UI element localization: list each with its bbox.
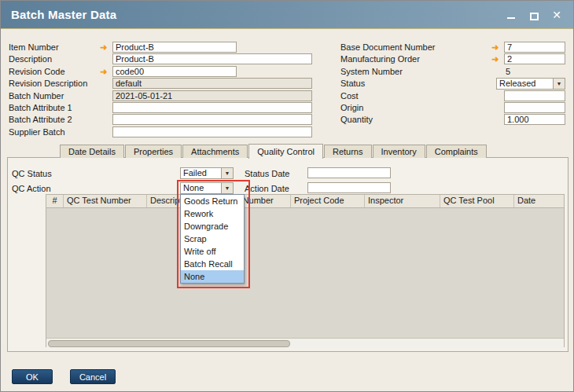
origin-label: Origin — [340, 103, 363, 113]
revision-description-field: default — [112, 78, 312, 89]
form-row: Revision Code ➜ code00 — [9, 66, 315, 78]
title-bar[interactable]: Batch Master Data ✕ — [1, 1, 573, 29]
form-row: Description Product-B — [9, 53, 315, 65]
quantity-label: Quantity — [340, 115, 373, 125]
window-title: Batch Master Data — [11, 8, 116, 21]
dropdown-option[interactable]: Downgrade — [181, 220, 244, 233]
batch-attribute-1-field[interactable] — [112, 102, 312, 113]
supplier-batch-field[interactable] — [112, 126, 312, 137]
base-document-number-field[interactable]: 7 — [504, 42, 565, 53]
tab-complaints[interactable]: Complaints — [426, 145, 487, 158]
grid-column-header[interactable]: QC Test Pool — [440, 195, 514, 207]
dropdown-option[interactable]: Write off — [181, 245, 244, 258]
minimize-button[interactable] — [505, 9, 517, 21]
tab-quality-control[interactable]: Quality Control — [248, 144, 323, 159]
form-row: Batch Attribute 1 — [9, 102, 315, 114]
tab-date-details[interactable]: Date Details — [60, 145, 124, 158]
tab-attachments[interactable]: Attachments — [182, 145, 248, 158]
cancel-button[interactable]: Cancel — [70, 369, 116, 384]
qc-status-select[interactable]: Failed ▼ — [180, 167, 234, 179]
description-label: Description — [9, 54, 52, 64]
status-date-field[interactable] — [307, 167, 391, 178]
link-arrow-icon[interactable]: ➜ — [491, 53, 499, 64]
form-row: System Number 5 — [340, 66, 565, 78]
status-label: Status — [340, 79, 365, 89]
revision-code-label: Revision Code — [9, 67, 65, 77]
qc-action-label: QC Action — [12, 183, 51, 194]
revision-description-label: Revision Description — [9, 79, 87, 89]
tab-inventory[interactable]: Inventory — [373, 145, 425, 158]
manufacturing-order-label: Manufacturing Order — [340, 54, 420, 64]
action-date-label: Action Date — [245, 183, 289, 194]
form-row: Base Document Number ➜ 7 — [340, 42, 565, 53]
action-date-field[interactable] — [307, 182, 391, 193]
link-arrow-icon[interactable]: ➜ — [100, 42, 107, 53]
description-field[interactable]: Product-B — [112, 53, 312, 64]
batch-number-field: 2021-05-01-21 — [112, 90, 312, 101]
system-number-value: 5 — [506, 67, 510, 77]
batch-master-data-window: Batch Master Data ✕ Item Number ➜ Produc… — [0, 0, 574, 392]
link-arrow-icon[interactable]: ➜ — [100, 66, 107, 77]
cost-field[interactable] — [504, 90, 565, 101]
form-row: Cost — [340, 90, 565, 102]
dropdown-arrow-icon[interactable]: ▼ — [221, 183, 233, 193]
quantity-field[interactable]: 1.000 — [504, 114, 565, 125]
grid-empty-area — [46, 208, 564, 338]
horizontal-scrollbar[interactable] — [46, 338, 564, 348]
status-selected-value: Released — [497, 79, 553, 89]
window-controls: ✕ — [505, 9, 563, 21]
maximize-icon — [530, 13, 539, 20]
qc-status-value: Failed — [181, 168, 221, 178]
qc-action-value: None — [181, 183, 221, 193]
dropdown-option[interactable]: Goods Return — [181, 195, 244, 207]
form-row: Status Released ▼ — [340, 78, 565, 90]
form-row: Supplier Batch — [9, 126, 315, 138]
status-date-label: Status Date — [245, 168, 289, 179]
origin-field[interactable] — [504, 102, 565, 113]
system-number-label: System Number — [340, 67, 403, 77]
supplier-batch-label: Supplier Batch — [9, 127, 65, 137]
form-row: Revision Description default — [9, 78, 315, 90]
batch-attribute-2-field[interactable] — [112, 114, 312, 125]
item-number-label: Item Number — [9, 42, 59, 53]
tab-properties[interactable]: Properties — [125, 145, 182, 158]
base-document-number-label: Base Document Number — [340, 42, 435, 53]
dropdown-option-selected[interactable]: None — [181, 270, 244, 283]
grid-column-header[interactable]: # — [46, 195, 64, 207]
grid-column-header[interactable]: Inspector — [365, 195, 440, 207]
dropdown-arrow-icon[interactable]: ▼ — [221, 168, 233, 178]
batch-attribute-1-label: Batch Attribute 1 — [9, 103, 72, 113]
form-row: Batch Number 2021-05-01-21 — [9, 90, 315, 102]
minimize-icon — [507, 17, 515, 19]
qc-action-dropdown-list: Goods Return Rework Downgrade Scrap Writ… — [180, 194, 245, 284]
qc-action-select[interactable]: None ▼ — [180, 182, 234, 194]
quality-control-panel: QC Status Failed ▼ Status Date QC Action… — [7, 157, 568, 352]
form-row: Manufacturing Order ➜ 2 — [340, 53, 565, 65]
manufacturing-order-field[interactable]: 2 — [504, 53, 565, 64]
status-select[interactable]: Released ▼ — [496, 78, 565, 90]
grid-column-header[interactable]: Project Code — [291, 195, 365, 207]
close-icon: ✕ — [552, 9, 561, 21]
ok-button[interactable]: OK — [12, 369, 53, 384]
form-row: Batch Attribute 2 — [9, 114, 315, 126]
qc-status-label: QC Status — [12, 168, 52, 179]
grid-header-row: # QC Test Number Description Complaint N… — [46, 195, 564, 208]
form-row: Item Number ➜ Product-B — [9, 42, 315, 53]
batch-attribute-2-label: Batch Attribute 2 — [9, 115, 72, 125]
dropdown-option[interactable]: Rework — [181, 207, 244, 220]
link-arrow-icon[interactable]: ➜ — [491, 42, 499, 53]
dropdown-option[interactable]: Batch Recall — [181, 258, 244, 270]
grid-column-header[interactable]: Date — [514, 195, 564, 207]
tab-returns[interactable]: Returns — [324, 145, 372, 158]
form-row: Origin — [340, 102, 565, 114]
maximize-button[interactable] — [528, 9, 540, 21]
horizontal-scrollbar-thumb[interactable] — [48, 340, 290, 347]
form-row: Quantity 1.000 — [340, 114, 565, 126]
qc-test-grid: # QC Test Number Description Complaint N… — [46, 194, 565, 347]
revision-code-field[interactable]: code00 — [112, 66, 237, 77]
dropdown-arrow-icon[interactable]: ▼ — [553, 79, 565, 89]
grid-column-header[interactable]: QC Test Number — [64, 195, 147, 207]
close-button[interactable]: ✕ — [550, 9, 563, 21]
dropdown-option[interactable]: Scrap — [181, 233, 244, 245]
item-number-field[interactable]: Product-B — [112, 42, 237, 53]
